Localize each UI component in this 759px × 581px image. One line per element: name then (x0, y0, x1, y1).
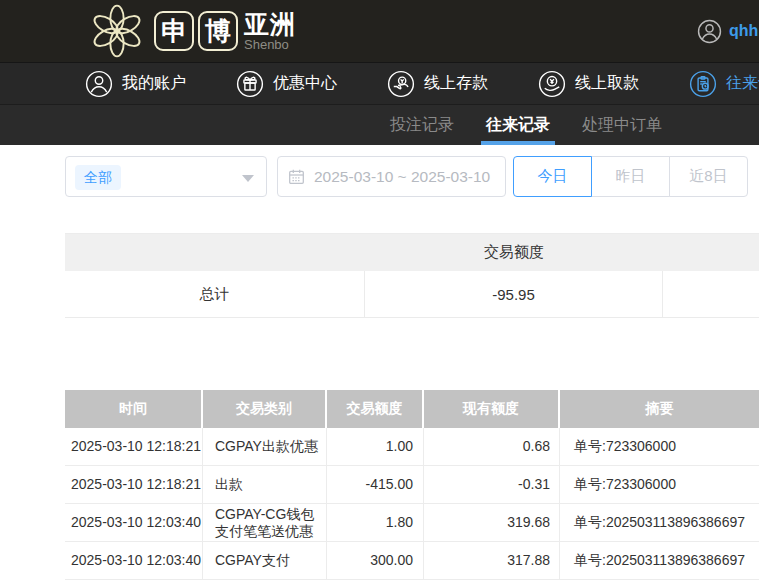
cell-balance: 317.88 (424, 542, 560, 579)
nav-item-online-withdrawal[interactable]: 线上取款 (538, 70, 639, 98)
nav-label: 优惠中心 (273, 73, 337, 94)
cell-time: 2025-03-10 12:03:40 (65, 504, 203, 541)
table-row: 2025-03-10 12:18:21 CGPAY出款优惠 1.00 0.68 … (65, 428, 759, 466)
main-navbar: 我的账户 优惠中心 线上存款 (0, 62, 759, 104)
column-header-time: 时间 (65, 390, 203, 428)
logo-char-1: 申 (161, 18, 187, 44)
cell-summary: 单号:723306000 (560, 466, 759, 503)
filter-bar: 全部 2025-03-10 ~ 2025-03-10 今日 昨日 近8日 (0, 145, 759, 233)
cell-balance: 0.68 (424, 428, 560, 465)
cell-time: 2025-03-10 12:03:40 (65, 542, 203, 579)
tab-label: 投注记录 (390, 115, 454, 136)
cell-time: 2025-03-10 12:18:21 (65, 466, 203, 503)
gift-icon (236, 70, 264, 98)
user-avatar-icon (697, 19, 722, 44)
top-header: 申 博 亚洲 Shenbo qhh (0, 0, 759, 62)
nav-label: 我的账户 (122, 73, 186, 94)
logo-brand-text: Shenbo (244, 37, 296, 52)
cell-type: CGPAY出款优惠 (203, 428, 327, 465)
withdrawal-icon (538, 70, 566, 98)
logo-text: 亚洲 Shenbo (244, 11, 296, 52)
chevron-down-icon (242, 175, 254, 182)
transactions-table: 时间 交易类别 交易额度 现有额度 摘要 2025-03-10 12:18:21… (65, 390, 759, 580)
logo-region-text: 亚洲 (244, 11, 296, 37)
cell-balance: -0.31 (424, 466, 560, 503)
summary-header-empty (65, 234, 365, 271)
user-account-menu[interactable]: qhh (697, 0, 758, 62)
calendar-icon (288, 168, 305, 185)
cell-type: CGPAY支付 (203, 542, 327, 579)
cell-amount: 300.00 (327, 542, 424, 579)
button-label: 今日 (538, 167, 568, 186)
cell-amount: 1.80 (327, 504, 424, 541)
summary-header-row: 交易额度 (65, 233, 759, 271)
nav-item-promotions[interactable]: 优惠中心 (236, 70, 337, 98)
nav-label: 线上取款 (575, 73, 639, 94)
cell-type: CGPAY-CG钱包支付笔笔送优惠 (203, 504, 327, 541)
cell-time: 2025-03-10 12:18:21 (65, 428, 203, 465)
tab-label: 处理中订单 (582, 115, 662, 136)
cell-summary: 单号:723306000 (560, 428, 759, 465)
cell-balance: 319.68 (424, 504, 560, 541)
column-header-balance: 现有额度 (424, 390, 560, 428)
column-header-type: 交易类别 (203, 390, 327, 428)
logo-char-box-2: 博 (198, 11, 238, 51)
table-row: 2025-03-10 12:18:21 出款 -415.00 -0.31 单号:… (65, 466, 759, 504)
nav-item-online-deposit[interactable]: 线上存款 (387, 70, 488, 98)
nav-item-transaction-records[interactable]: 往来记录 (689, 70, 759, 98)
logo-char-2: 博 (205, 18, 231, 44)
summary-header-empty (663, 234, 759, 271)
yesterday-button[interactable]: 昨日 (591, 156, 670, 197)
today-button[interactable]: 今日 (513, 156, 592, 197)
account-icon (85, 70, 113, 98)
table-row: 2025-03-10 12:03:40 CGPAY-CG钱包支付笔笔送优惠 1.… (65, 504, 759, 542)
summary-header-amount: 交易额度 (365, 234, 663, 271)
flower-logo-icon (86, 2, 148, 60)
summary-total-row: 总计 -95.95 (65, 271, 759, 318)
records-icon (689, 70, 717, 98)
cell-type: 出款 (203, 466, 327, 503)
selected-type-tag: 全部 (75, 165, 121, 190)
summary-total-value: -95.95 (365, 271, 663, 317)
nav-label: 往来记录 (726, 73, 759, 94)
quick-range-buttons: 今日 昨日 近8日 (513, 156, 748, 197)
tab-label: 往来记录 (486, 115, 550, 136)
cell-summary: 单号:202503113896386697 (560, 504, 759, 541)
record-tabs: 投注记录 往来记录 处理中订单 (0, 104, 759, 145)
page: 申 博 亚洲 Shenbo qhh 我的账户 (0, 0, 759, 581)
table-row: 2025-03-10 12:03:40 CGPAY支付 300.00 317.8… (65, 542, 759, 580)
username-text: qhh (729, 22, 758, 40)
logo-char-box-1: 申 (154, 11, 194, 51)
date-range-picker[interactable]: 2025-03-10 ~ 2025-03-10 (277, 156, 506, 197)
tab-pending-orders[interactable]: 处理中订单 (579, 105, 665, 145)
tab-bet-records[interactable]: 投注记录 (387, 105, 457, 145)
cell-amount: -415.00 (327, 466, 424, 503)
date-range-value: 2025-03-10 ~ 2025-03-10 (314, 168, 490, 186)
nav-item-my-account[interactable]: 我的账户 (85, 70, 186, 98)
column-header-summary: 摘要 (560, 390, 759, 428)
button-label: 近8日 (689, 167, 727, 186)
logo-link[interactable]: 申 博 亚洲 Shenbo (86, 2, 296, 60)
last-8-days-button[interactable]: 近8日 (669, 156, 748, 197)
summary-total-label: 总计 (65, 271, 365, 317)
summary-empty-cell (663, 271, 759, 317)
cell-summary: 单号:202503113896386697 (560, 542, 759, 579)
cell-amount: 1.00 (327, 428, 424, 465)
type-select[interactable]: 全部 (65, 156, 267, 197)
nav-label: 线上存款 (424, 73, 488, 94)
button-label: 昨日 (616, 167, 646, 186)
transactions-header-row: 时间 交易类别 交易额度 现有额度 摘要 (65, 390, 759, 428)
tab-transaction-records[interactable]: 往来记录 (483, 105, 553, 145)
summary-table: 交易额度 总计 -95.95 (65, 233, 759, 318)
column-header-amount: 交易额度 (327, 390, 424, 428)
deposit-icon (387, 70, 415, 98)
